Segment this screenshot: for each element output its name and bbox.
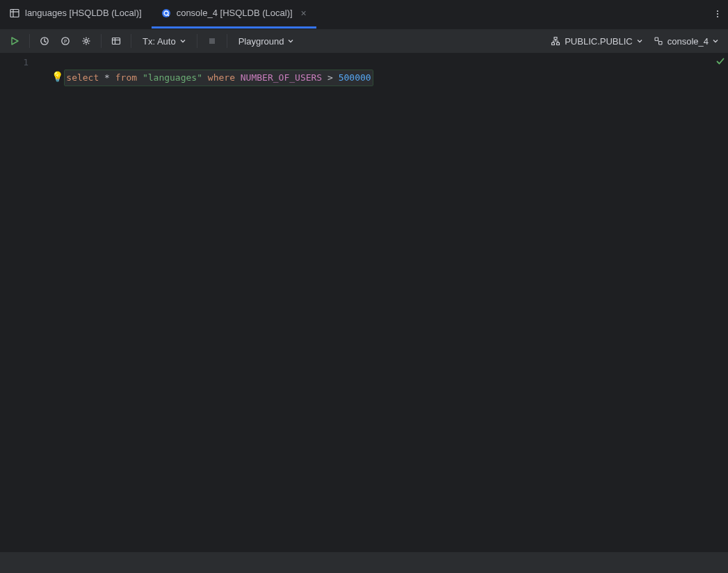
svg-rect-0 bbox=[10, 9, 19, 17]
explain-plan-button[interactable]: P bbox=[56, 32, 74, 50]
svg-rect-27 bbox=[552, 43, 555, 45]
run-button[interactable] bbox=[6, 32, 24, 50]
tab-overflow-button[interactable] bbox=[707, 0, 728, 29]
separator bbox=[131, 34, 131, 48]
schema-selector[interactable]: PUBLIC.PUBLIC bbox=[547, 32, 647, 50]
tab-bar: languages [HSQLDB (Local)] console_4 [HS… bbox=[0, 0, 728, 29]
tab-console-4[interactable]: console_4 [HSQLDB (Local)] × bbox=[152, 0, 316, 29]
tok-star: * bbox=[104, 72, 110, 83]
svg-rect-28 bbox=[557, 43, 560, 45]
output-mode-button[interactable] bbox=[107, 32, 125, 50]
line-gutter: 1 bbox=[0, 54, 43, 552]
datasource-icon bbox=[654, 36, 663, 46]
intention-bulb-icon[interactable]: 💡 bbox=[51, 72, 63, 81]
tok-gt: > bbox=[327, 72, 333, 83]
svg-point-3 bbox=[162, 9, 170, 17]
separator bbox=[29, 34, 30, 48]
separator bbox=[101, 34, 102, 48]
tab-label: languages [HSQLDB (Local)] bbox=[25, 8, 142, 18]
schema-label: PUBLIC.PUBLIC bbox=[565, 36, 633, 47]
svg-line-21 bbox=[83, 43, 84, 44]
schema-icon bbox=[551, 36, 560, 46]
settings-button[interactable] bbox=[77, 32, 95, 50]
tab-label: console_4 [HSQLDB (Local)] bbox=[177, 8, 293, 18]
chevron-down-icon bbox=[637, 38, 642, 44]
status-bar bbox=[0, 552, 728, 573]
tok-column: NUMBER_OF_USERS bbox=[241, 72, 322, 83]
tok-where: where bbox=[208, 72, 235, 83]
commit-button[interactable] bbox=[203, 32, 221, 50]
svg-line-20 bbox=[88, 38, 89, 39]
separator bbox=[227, 34, 227, 48]
svg-line-19 bbox=[88, 43, 89, 44]
code-area[interactable]: select * from "languages" where NUMBER_O… bbox=[43, 54, 713, 552]
svg-line-31 bbox=[658, 41, 658, 42]
table-icon bbox=[10, 8, 19, 18]
sql-editor: 1 select * from "languages" where NUMBER… bbox=[0, 54, 728, 552]
editor-toolbar: P Tx: Auto bbox=[0, 29, 728, 54]
svg-rect-29 bbox=[655, 38, 658, 41]
session-selector[interactable]: console_4 bbox=[649, 32, 722, 50]
no-errors-icon[interactable] bbox=[715, 56, 725, 552]
separator bbox=[197, 34, 197, 48]
svg-point-7 bbox=[717, 13, 718, 15]
session-label: console_4 bbox=[668, 36, 709, 47]
close-icon[interactable]: × bbox=[301, 8, 307, 18]
tok-number: 500000 bbox=[339, 72, 371, 83]
svg-point-8 bbox=[717, 16, 718, 17]
tok-table: "languages" bbox=[143, 72, 202, 83]
chevron-down-icon bbox=[713, 38, 718, 44]
chevron-down-icon bbox=[180, 38, 186, 44]
tok-from: from bbox=[115, 72, 137, 83]
svg-rect-30 bbox=[658, 42, 662, 45]
svg-rect-22 bbox=[113, 38, 120, 45]
chevron-down-icon bbox=[288, 38, 293, 44]
tab-languages[interactable]: languages [HSQLDB (Local)] bbox=[0, 0, 152, 29]
history-button[interactable] bbox=[35, 32, 54, 50]
svg-rect-26 bbox=[554, 38, 557, 40]
console-file-icon bbox=[161, 8, 171, 18]
tx-label: Tx: Auto bbox=[143, 36, 176, 47]
svg-line-18 bbox=[83, 38, 84, 39]
playground-label: Playground bbox=[238, 36, 284, 47]
svg-rect-25 bbox=[209, 38, 215, 44]
svg-point-13 bbox=[85, 40, 88, 42]
svg-text:P: P bbox=[64, 39, 67, 45]
sql-statement[interactable]: select * from "languages" where NUMBER_O… bbox=[65, 70, 372, 86]
tok-select: select bbox=[66, 72, 99, 83]
tx-mode-dropdown[interactable]: Tx: Auto bbox=[137, 32, 191, 50]
line-number: 1 bbox=[0, 55, 29, 70]
inspection-gutter bbox=[713, 54, 728, 552]
svg-marker-9 bbox=[12, 38, 18, 45]
playground-dropdown[interactable]: Playground bbox=[233, 32, 300, 50]
svg-point-6 bbox=[717, 10, 718, 12]
